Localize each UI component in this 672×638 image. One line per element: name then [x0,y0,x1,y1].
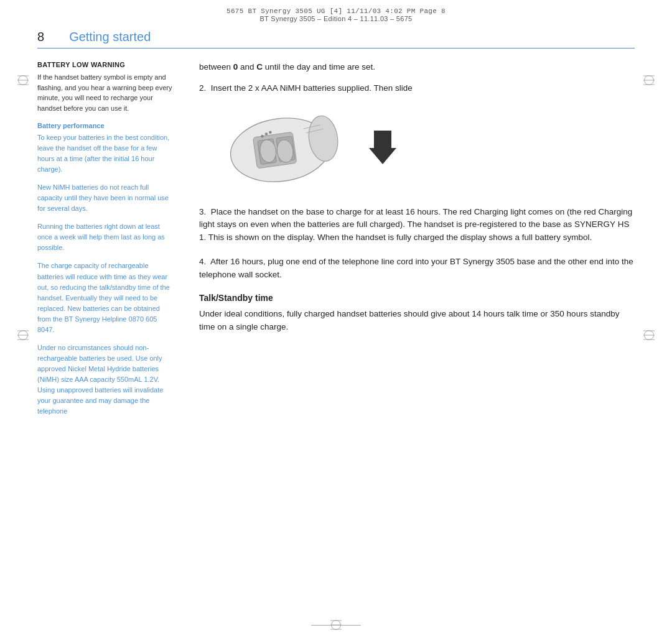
step1-mid: and [238,62,256,72]
step3-num: 3. [199,207,211,216]
battery-perf-item-3: Running the batteries right down at leas… [37,221,174,253]
step1-text: between 0 and C until the day and time a… [199,61,635,73]
reg-mark-bottom-center [330,619,342,631]
battery-perf-item-5: Under no circumstances should non-rechar… [37,343,174,417]
svg-marker-12 [369,131,396,164]
page-title: Getting started [69,30,151,44]
step2-text: 2. Insert the 2 x AAA NiMH batteries sup… [199,82,635,95]
reg-mark-left-lower [17,330,29,341]
reg-mark-left-mid [17,75,29,86]
battery-warning-title: BATTERY LOW WARNING [37,61,174,68]
svg-point-7 [261,134,264,137]
left-column: BATTERY LOW WARNING If the handset batte… [37,61,174,424]
step1-bold2: C [256,62,263,72]
page-number: 8 [37,30,44,44]
top-header: 5675 BT Synergy 3505 UG [4] 11/11/03 4:0… [0,0,672,30]
reg-mark-right-lower [643,330,655,341]
battery-image-container [218,104,635,191]
talk-standby-body: Under ideal conditions, fully charged ha… [199,308,635,334]
header-line1: 5675 BT Synergy 3505 UG [4] 11/11/03 4:0… [226,7,446,15]
step4-num: 4. [199,257,210,266]
step1-end: until the day and time are set. [263,62,375,72]
svg-point-8 [265,132,268,136]
main-content: 8 Getting started BATTERY LOW WARNING If… [37,30,635,613]
handset-illustration [218,104,355,191]
reg-mark-right-mid [643,75,655,86]
svg-point-9 [269,131,272,134]
battery-perf-title: Battery performance [37,122,174,129]
step2-num: 2. [199,83,211,93]
right-column: between 0 and C until the day and time a… [199,61,635,424]
talk-standby-title: Talk/Standby time [199,293,635,303]
step4-content: After 16 hours, plug one end of the tele… [199,257,633,279]
step1-before: between [199,62,233,72]
battery-perf-item-4: The charge capacity of rechargeable batt… [37,261,174,335]
step3-content: Place the handset on the base to charge … [199,207,632,243]
step4-text: 4. After 16 hours, plug one end of the t… [199,256,635,282]
battery-warning-body: If the handset battery symbol is empty a… [37,72,174,113]
battery-perf-item-2: New NiMH batteries do not reach full cap… [37,182,174,214]
page-title-row: 8 Getting started [37,30,635,49]
columns: BATTERY LOW WARNING If the handset batte… [37,61,635,424]
step2-content: Insert the 2 x AAA NiMH batteries suppli… [211,83,413,93]
battery-perf-item-1: To keep your batteries in the best condi… [37,132,174,175]
step3-text: 3. Place the handset on the base to char… [199,206,635,245]
page-wrapper: 5675 BT Synergy 3505 UG [4] 11/11/03 4:0… [0,0,672,638]
down-arrow [367,129,398,166]
header-line2: BT Synergy 3505 – Edition 4 – 11.11.03 –… [259,15,412,22]
